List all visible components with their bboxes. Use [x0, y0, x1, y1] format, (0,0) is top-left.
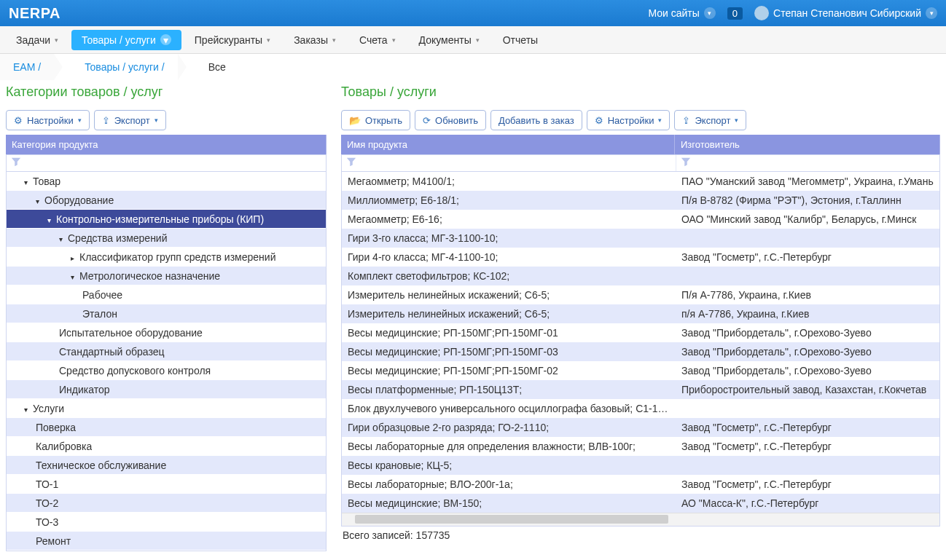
tree-toggle-icon[interactable]: ▾ — [24, 406, 31, 414]
breadcrumb-section[interactable]: Товары / услуги / — [71, 54, 178, 80]
table-row[interactable]: Блок двухлучевого универсального осцилло… — [342, 399, 939, 418]
products-header: Имя продукта Изготовитель — [341, 135, 940, 154]
table-row[interactable]: Миллиомметр; Е6-18/1;П/я В-8782 (Фирма "… — [342, 191, 939, 210]
tree-node[interactable]: Стандартный образец — [7, 342, 326, 361]
filter-name-cell[interactable] — [342, 155, 676, 171]
table-row[interactable]: Комплект светофильтров; КС-102; — [342, 267, 939, 285]
tree-toggle-icon[interactable]: ▸ — [71, 254, 78, 262]
table-row[interactable]: Весы медицинские; РП-150МГ;РП-150МГ-03За… — [342, 342, 939, 361]
product-name-column[interactable]: Имя продукта — [341, 135, 675, 154]
horizontal-scrollbar[interactable] — [342, 513, 939, 526]
table-row[interactable]: Весы медицинские; РП-150МГ;РП-150МГ-02За… — [342, 361, 939, 380]
open-button[interactable]: 📂Открыть — [341, 110, 410, 130]
main-menu: Задачи▾Товары / услуги▾Прейскуранты▾Зака… — [0, 26, 946, 54]
table-row[interactable]: Весы медицинские; РП-150МГ;РП-150МГ-01За… — [342, 323, 939, 342]
tree-node[interactable]: ▾Оборудование — [7, 191, 326, 210]
tree-node[interactable]: ▾Товар — [7, 172, 326, 191]
user-menu[interactable]: Степан Степанович Сибирский ▾ — [754, 6, 937, 20]
tree-toggle-icon[interactable]: ▾ — [71, 273, 78, 281]
settings-button[interactable]: ⚙Настройки▾ — [6, 110, 90, 130]
table-row[interactable]: Мегаомметр; М4100/1;ПАО "Уманский завод … — [342, 172, 939, 191]
tree-node[interactable]: ▾Услуги — [7, 399, 326, 418]
tree-node[interactable]: ТО-3 — [7, 513, 326, 532]
settings-button[interactable]: ⚙Настройки▾ — [587, 110, 671, 130]
gear-icon: ⚙ — [595, 115, 603, 126]
menu-item[interactable]: Отчеты — [493, 30, 548, 50]
manufacturer-cell: Завод "Прибордеталь", г.Орехово-Зуево — [676, 327, 939, 339]
chevron-down-icon: ▾ — [267, 36, 270, 44]
tree-node[interactable]: Ремонт — [7, 532, 326, 551]
table-row[interactable]: Мегаомметр; Е6-16;ОАО "Минский завод "Ка… — [342, 210, 939, 229]
tree-node[interactable]: Рабочее — [7, 285, 326, 304]
tree-node[interactable]: ТО-1 — [7, 475, 326, 494]
table-row[interactable]: Гири 4-го класса; МГ-4-1100-10;Завод "Го… — [342, 248, 939, 267]
export-icon: ⇪ — [102, 115, 110, 126]
tree-node[interactable]: ▸Классификатор групп средств измерений — [7, 248, 326, 267]
tree-node[interactable]: ▾Метрологическое назначение — [7, 267, 326, 285]
product-name-cell: Гири 4-го класса; МГ-4-1100-10; — [342, 251, 676, 263]
tree-toggle-icon[interactable]: ▾ — [47, 216, 55, 224]
product-name-cell: Мегаомметр; М4100/1; — [342, 176, 676, 187]
menu-item[interactable]: Товары / услуги▾ — [71, 30, 181, 50]
table-row[interactable]: Весы лабораторные; ВЛО-200г-1а;Завод "Го… — [342, 475, 939, 494]
tree-node-label: Услуги — [33, 403, 64, 414]
tree-node[interactable]: ТО-2 — [7, 494, 326, 513]
tree-node-label: Рабочее — [82, 289, 122, 301]
tree-node[interactable]: Поверка — [7, 418, 326, 437]
table-row[interactable]: Гири 3-го класса; МГ-3-1100-10; — [342, 229, 939, 248]
table-row[interactable]: Измеритель нелинейных искажений; С6-5;П/… — [342, 285, 939, 304]
menu-item[interactable]: Задачи▾ — [6, 30, 69, 50]
manufacturer-column[interactable]: Изготовитель — [675, 135, 940, 154]
notification-badge[interactable]: 0 — [727, 7, 743, 20]
tree-node[interactable]: Индикатор — [7, 380, 326, 399]
menu-item[interactable]: Прейскуранты▾ — [184, 30, 281, 50]
brand-logo[interactable]: NERPA — [9, 5, 60, 22]
tree-node[interactable]: Эталон — [7, 304, 326, 323]
product-name-cell: Измеритель нелинейных искажений; С6-5; — [342, 308, 676, 320]
table-row[interactable]: Гири образцовые 2-го разряда; ГО-2-1110;… — [342, 418, 939, 437]
tree-node[interactable]: Калибровка — [7, 437, 326, 456]
table-row[interactable]: Весы медицинские; ВМ-150;АО "Масса-К", г… — [342, 494, 939, 513]
export-button[interactable]: ⇪Экспорт▾ — [94, 110, 166, 130]
manufacturer-cell: Приборостроительный завод, Казахстан, г.… — [676, 384, 939, 395]
manufacturer-cell: Завод "Госметр", г.С.-Петербург — [676, 251, 939, 263]
table-row[interactable]: Весы платформенные; РП-150Ц13Т;Приборост… — [342, 380, 939, 399]
filter-icon[interactable] — [7, 155, 26, 171]
menu-item-label: Заказы — [294, 34, 328, 46]
tree-node-label: Средство допускового контроля — [59, 365, 211, 376]
tree-node[interactable]: ▾Средства измерений — [7, 229, 326, 248]
menu-item[interactable]: Заказы▾ — [284, 30, 346, 50]
category-column-header[interactable]: Категория продукта — [6, 135, 327, 154]
records-footer: Всего записей: 157735 — [341, 527, 940, 544]
tree-node[interactable]: Средство допускового контроля — [7, 361, 326, 380]
tree-node-label: Испытательное оборудование — [59, 327, 203, 339]
breadcrumb-root[interactable]: EAM / — [0, 54, 54, 80]
product-name-cell: Мегаомметр; Е6-16; — [342, 213, 676, 225]
manufacturer-cell: АО "Масса-К", г.С.-Петербург — [676, 497, 939, 509]
export-button[interactable]: ⇪Экспорт▾ — [674, 110, 746, 130]
menu-item[interactable]: Документы▾ — [409, 30, 490, 50]
product-name-cell: Гири образцовые 2-го разряда; ГО-2-1110; — [342, 422, 676, 433]
tree-toggle-icon[interactable]: ▾ — [59, 235, 66, 243]
tree-node[interactable]: ▾Контрольно-измерительные приборы (КИП) — [7, 210, 326, 229]
add-to-order-button[interactable]: Добавить в заказ — [490, 110, 582, 130]
refresh-button[interactable]: ⟳Обновить — [415, 110, 486, 130]
tree-toggle-icon[interactable]: ▾ — [36, 197, 43, 205]
tree-node[interactable]: Испытательное оборудование — [7, 323, 326, 342]
table-row[interactable]: Измеритель нелинейных искажений; С6-5;п/… — [342, 304, 939, 323]
chevron-down-icon: ▾ — [476, 36, 480, 44]
categories-header: Категория продукта — [6, 135, 327, 154]
tree-node-label: Метрологическое назначение — [79, 270, 220, 282]
tree-node[interactable]: Техническое обслуживание — [7, 456, 326, 475]
table-row[interactable]: Весы крановые; КЦ-5; — [342, 456, 939, 475]
tree-toggle-icon[interactable]: ▾ — [24, 178, 31, 186]
menu-item[interactable]: Счета▾ — [349, 30, 406, 50]
manufacturer-cell: Завод "Прибордеталь", г.Орехово-Зуево — [676, 346, 939, 358]
settings-label: Настройки — [608, 115, 654, 126]
menu-item-label: Документы — [419, 34, 472, 46]
categories-title: Категории товаров / услуг — [6, 84, 327, 100]
table-row[interactable]: Весы лабораторные для определения влажно… — [342, 437, 939, 456]
manufacturer-cell: ПАО "Уманский завод "Мегомметр", Украина… — [676, 176, 939, 187]
filter-mfr-cell[interactable] — [676, 155, 939, 171]
mysites-menu[interactable]: Мои сайты ▾ — [648, 7, 715, 19]
